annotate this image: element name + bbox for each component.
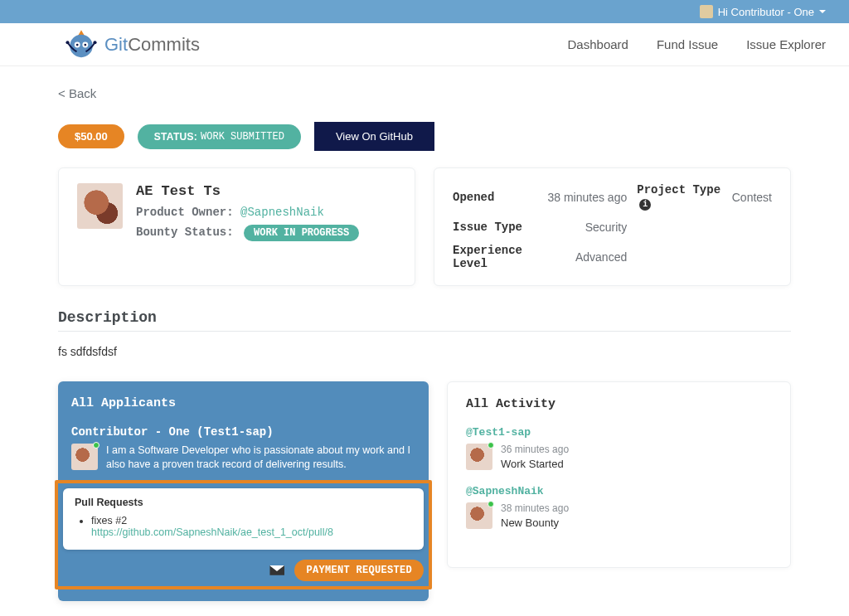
highlight-box: Pull Requests fixes #2 https://github.co… xyxy=(55,480,432,589)
pull-request-link[interactable]: https://github.com/SapneshNaik/ae_test_1… xyxy=(91,526,333,538)
applicant-bio: I am a Software Developer who is passion… xyxy=(106,444,415,472)
description-body: fs sdfdsfdsf xyxy=(58,345,791,358)
experience-label: Experience Level xyxy=(453,244,538,270)
opened-label: Opened xyxy=(453,191,538,204)
activity-text: Work Started xyxy=(501,458,569,470)
svg-point-3 xyxy=(76,43,79,46)
applicants-heading: All Applicants xyxy=(71,396,415,410)
nav-issue-explorer[interactable]: Issue Explorer xyxy=(746,37,826,51)
project-type-label: Project Typei xyxy=(637,183,722,211)
back-link[interactable]: < Back xyxy=(58,86,96,100)
activity-text: New Bounty xyxy=(501,517,569,529)
badges-row: $50.00 STATUS: WORK SUBMITTED View On Gi… xyxy=(58,122,791,151)
activity-item: 36 minutes ago Work Started xyxy=(466,444,772,470)
activity-avatar xyxy=(466,502,492,529)
pull-request-text: fixes #2 xyxy=(91,515,127,526)
applicants-panel: All Applicants Contributor - One (Test1-… xyxy=(58,381,429,601)
pull-requests-heading: Pull Requests xyxy=(75,497,412,508)
status-value: WORK SUBMITTED xyxy=(201,131,284,143)
description-heading: Description xyxy=(58,309,791,326)
view-on-github-button[interactable]: View On GitHub xyxy=(314,122,434,151)
logo-text: GitCommits xyxy=(104,34,200,56)
status-pill: STATUS: WORK SUBMITTED xyxy=(138,124,301,149)
opened-value: 38 minutes ago xyxy=(548,191,628,204)
online-indicator-icon xyxy=(488,442,494,449)
project-thumbnail xyxy=(77,183,123,229)
pull-request-item: fixes #2 https://github.com/SapneshNaik/… xyxy=(91,515,412,538)
experience-value: Advanced xyxy=(548,250,628,264)
logo[interactable]: GitCommits xyxy=(63,27,200,63)
bounty-amount-pill: $50.00 xyxy=(58,124,124,148)
logo-icon xyxy=(63,27,99,63)
bounty-status-label: Bounty Status: xyxy=(136,226,234,239)
bounty-status-badge: WORK IN PROGRESS xyxy=(244,225,359,241)
owner-label: Product Owner: xyxy=(136,206,234,219)
activity-panel: All Activity @Test1-sap 36 minutes ago W… xyxy=(447,381,791,568)
issue-type-label: Issue Type xyxy=(453,221,538,234)
activity-avatar xyxy=(466,444,492,470)
nav-links: Dashboard Fund Issue Issue Explorer xyxy=(568,37,826,51)
svg-point-0 xyxy=(70,34,93,57)
applicant-name: Contributor - One (Test1-sap) xyxy=(71,425,415,439)
top-bar: Hi Contributor - One xyxy=(0,0,849,23)
activity-time: 38 minutes ago xyxy=(501,502,569,514)
envelope-icon[interactable] xyxy=(269,565,284,575)
applicant-avatar xyxy=(71,444,98,470)
activity-heading: All Activity xyxy=(466,397,772,411)
pull-requests-card: Pull Requests fixes #2 https://github.co… xyxy=(63,488,424,550)
user-greeting: Hi Contributor - One xyxy=(718,6,814,18)
info-icon[interactable]: i xyxy=(639,199,651,211)
online-indicator-icon xyxy=(93,442,99,449)
product-owner-line: Product Owner: @SapneshNaik xyxy=(136,206,359,219)
activity-time: 36 minutes ago xyxy=(501,444,569,455)
user-menu[interactable]: Hi Contributor - One xyxy=(700,5,826,18)
bounty-status-line: Bounty Status: WORK IN PROGRESS xyxy=(136,226,359,239)
nav-fund-issue[interactable]: Fund Issue xyxy=(657,37,718,51)
owner-link[interactable]: @SapneshNaik xyxy=(240,206,324,219)
avatar xyxy=(700,5,713,18)
svg-point-4 xyxy=(84,43,86,46)
activity-user-link[interactable]: @Test1-sap xyxy=(466,426,772,439)
issue-info-card: Opened 38 minutes ago Project Typei Cont… xyxy=(434,167,791,286)
issue-summary-card: AE Test Ts Product Owner: @SapneshNaik B… xyxy=(58,167,415,286)
issue-title: AE Test Ts xyxy=(136,183,359,199)
activity-user-link[interactable]: @SapneshNaik xyxy=(466,485,772,497)
status-label: STATUS: xyxy=(154,131,197,143)
online-indicator-icon xyxy=(488,501,494,507)
nav-bar: GitCommits Dashboard Fund Issue Issue Ex… xyxy=(0,23,849,66)
nav-dashboard[interactable]: Dashboard xyxy=(568,37,628,51)
issue-type-value: Security xyxy=(548,221,628,234)
project-type-value: Contest xyxy=(732,191,772,204)
activity-item: 38 minutes ago New Bounty xyxy=(466,502,772,529)
chevron-down-icon xyxy=(819,10,826,13)
payment-requested-button[interactable]: PAYMENT REQUESTED xyxy=(294,560,424,581)
divider xyxy=(58,331,791,332)
